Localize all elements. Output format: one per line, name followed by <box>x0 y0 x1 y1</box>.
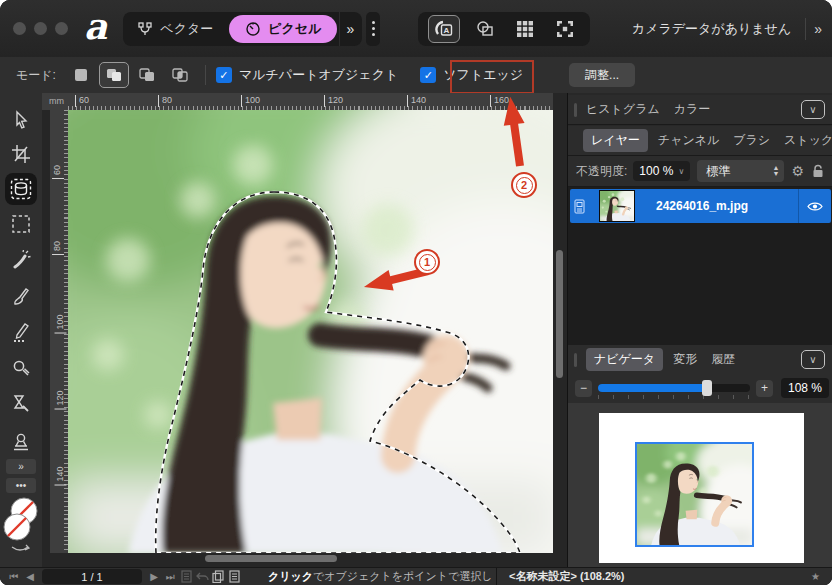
tab-color[interactable]: カラー <box>674 101 711 118</box>
vector-persona-button[interactable]: ベクター <box>123 12 227 46</box>
zoom-slider-handle[interactable] <box>702 380 712 396</box>
previous-page-button[interactable]: ◀ <box>22 569 38 585</box>
next-page-button[interactable]: ▶ <box>146 569 162 585</box>
pixel-tool[interactable] <box>5 317 37 347</box>
tab-navigator[interactable]: ナビゲータ <box>586 348 663 371</box>
navigator-viewport[interactable] <box>635 442 754 547</box>
opacity-value-dropdown[interactable]: 100 % ∨ <box>633 161 690 181</box>
selection-brush-tool[interactable] <box>5 173 37 205</box>
lock-icon[interactable] <box>812 164 824 178</box>
layer-row[interactable]: 24264016_m.jpg <box>570 189 831 223</box>
toolbox-more-button[interactable]: ••• <box>6 478 36 493</box>
selection-brush-tool-icon <box>9 177 33 201</box>
navigator-zoom-row: − + 108 % <box>568 373 832 403</box>
minimize-window-button[interactable] <box>34 22 47 35</box>
chevron-down-icon[interactable]: ∨ <box>801 350 825 369</box>
layer-state-icon <box>574 199 585 214</box>
toolbar-divider <box>805 18 806 40</box>
context-toolbar: モード: <box>0 57 832 94</box>
undo-icon[interactable] <box>194 569 210 585</box>
v-ruler-tick: 100 <box>55 314 67 333</box>
multipart-checkbox[interactable]: ✓ <box>216 67 232 83</box>
document-image[interactable] <box>68 110 553 553</box>
mode-add-icon <box>106 68 122 82</box>
zoom-window-button[interactable] <box>55 22 68 35</box>
burn-brush-tool[interactable] <box>5 389 37 419</box>
layer-thumbnail[interactable] <box>600 191 634 221</box>
page-list-icon[interactable] <box>226 569 242 585</box>
pixel-persona-label: ピクセル <box>268 20 321 38</box>
chevron-down-icon[interactable]: ∨ <box>801 100 825 119</box>
move-tool[interactable] <box>5 105 37 135</box>
marquee-select-tool[interactable] <box>5 209 37 239</box>
paint-brush-tool[interactable] <box>5 281 37 311</box>
persona-switcher: ベクター ピクセル » <box>123 12 362 46</box>
crop-tool[interactable] <box>5 139 37 169</box>
mode-subtract-icon <box>139 68 155 82</box>
vertical-scrollbar[interactable] <box>556 250 563 378</box>
duplicate-page-icon[interactable] <box>210 569 226 585</box>
tab-channels[interactable]: チャンネル <box>658 132 719 149</box>
layers-panel-header: レイヤー チャンネル ブラシ ストック ∨ <box>568 126 832 156</box>
panel-drag-handle[interactable] <box>574 103 577 117</box>
context-divider <box>205 65 206 85</box>
tab-layers[interactable]: レイヤー <box>583 129 648 152</box>
tab-history[interactable]: 履歴 <box>711 351 735 368</box>
geometry-operations-button[interactable] <box>470 16 500 42</box>
h-ruler-tick: 80 <box>158 95 172 107</box>
zoom-in-button[interactable]: + <box>756 380 773 397</box>
quick-tools-group: A <box>418 12 590 46</box>
pages-icon[interactable] <box>178 569 194 585</box>
burn-tool-icon <box>11 394 31 414</box>
blend-mode-dropdown[interactable]: 標準 ▲▼ <box>697 160 784 182</box>
fill-stroke-color-well[interactable] <box>2 495 40 557</box>
flood-select-tool-icon <box>11 250 31 270</box>
panel-drag-handle[interactable] <box>574 353 577 367</box>
persona-menu-button[interactable] <box>366 12 380 46</box>
adjust-button[interactable]: 調整... <box>569 63 635 87</box>
shapes-overlap-icon <box>475 20 495 38</box>
zoom-slider[interactable] <box>598 384 750 392</box>
persona-overflow-button[interactable]: » <box>339 12 362 46</box>
tab-transform[interactable]: 変形 <box>673 351 697 368</box>
close-window-button[interactable] <box>13 22 26 35</box>
auto-correct-button[interactable]: A <box>428 15 460 43</box>
arrange-grid-button[interactable] <box>510 16 540 42</box>
clone-stamp-tool[interactable] <box>5 427 37 457</box>
horizontal-scrollbar[interactable] <box>205 555 337 562</box>
pixel-persona-button[interactable]: ピクセル <box>229 15 337 43</box>
flood-select-tool[interactable] <box>5 245 37 275</box>
mode-intersect-button[interactable] <box>165 62 195 88</box>
mode-add-button[interactable] <box>99 62 129 88</box>
mode-new-button[interactable] <box>66 62 96 88</box>
soft-edge-label[interactable]: ソフトエッジ <box>443 66 523 84</box>
grid-icon <box>516 20 534 38</box>
soft-edge-checkbox[interactable]: ✓ <box>420 67 436 83</box>
page-indicator[interactable]: 1 / 1 <box>42 569 142 584</box>
mode-subtract-button[interactable] <box>132 62 162 88</box>
vector-node-icon <box>137 21 153 37</box>
first-page-button[interactable]: ⏮ <box>6 569 22 585</box>
last-page-button[interactable]: ⏭ <box>162 569 178 585</box>
gear-icon[interactable]: ⚙ <box>791 163 804 179</box>
tab-brushes[interactable]: ブラシ <box>733 132 770 149</box>
navigator-preview[interactable] <box>568 403 832 567</box>
zoom-out-button[interactable]: − <box>575 380 592 397</box>
eye-icon <box>807 201 823 212</box>
toolbar-overflow-button[interactable]: » <box>814 21 822 37</box>
multipart-label[interactable]: マルチパートオブジェクト <box>239 66 398 84</box>
svg-text:A: A <box>444 26 450 35</box>
toolbox-expand-button[interactable]: » <box>6 459 36 474</box>
pixel-tool-icon <box>11 322 31 342</box>
tab-stock[interactable]: ストック <box>784 132 832 149</box>
zoom-value[interactable]: 108 % <box>781 378 829 398</box>
layer-visibility-toggle[interactable] <box>798 189 831 223</box>
horizontal-ruler: 60 80 100 120 140 160 <box>68 93 553 110</box>
zoom-fit-button[interactable] <box>550 16 580 42</box>
affinity-logo: a <box>84 5 107 47</box>
dodge-brush-tool[interactable] <box>5 353 37 383</box>
canvas-viewport[interactable]: mm 60 80 100 120 140 160 60 80 100 120 1… <box>42 93 567 567</box>
tab-histogram[interactable]: ヒストグラム <box>586 101 660 118</box>
layer-name[interactable]: 24264016_m.jpg <box>656 199 798 213</box>
zoom-slider-fill <box>598 384 707 392</box>
